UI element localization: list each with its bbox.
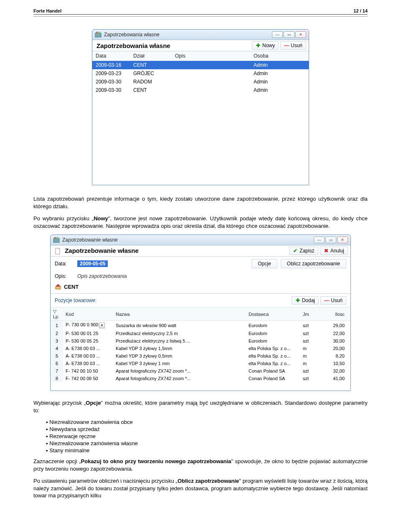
- maximize-button[interactable]: ▭: [325, 237, 336, 243]
- cancel-button[interactable]: ✖ Anuluj: [320, 247, 348, 255]
- table-cell: [172, 86, 250, 94]
- table-row[interactable]: 8F- 742 00 08 50Aparat fotograficzny ZX7…: [51, 375, 350, 382]
- close-button[interactable]: ✕: [337, 237, 348, 243]
- new-button[interactable]: ✚ Nowy: [252, 41, 279, 50]
- close-button[interactable]: ✕: [295, 31, 306, 38]
- x-icon: ✖: [324, 248, 329, 253]
- col-unit[interactable]: Jm: [300, 308, 321, 321]
- options-button[interactable]: Opcje: [251, 259, 277, 268]
- col-code[interactable]: Kod: [63, 308, 113, 321]
- table-cell: RADOM: [130, 78, 172, 86]
- paragraph: Po wybraniu przycisku „Nowy", tworzone j…: [33, 215, 368, 229]
- table-row[interactable]: 6A- E738 00 03 ...Kabel YDP 3 żyłowy 1 m…: [51, 360, 350, 367]
- table-cell: 2009-03-30: [92, 78, 130, 86]
- col-lp[interactable]: ▽ Lp: [51, 308, 63, 321]
- table-cell: 41,00: [321, 375, 350, 382]
- document-header: Forte Handel 12 / 14: [33, 8, 368, 15]
- table-row[interactable]: 5A- E738 00 03 ...Kabel YDP 3 żyłowy 0,5…: [51, 352, 350, 360]
- col-supplier[interactable]: Dostawca: [246, 308, 300, 321]
- table-cell: szt: [300, 321, 321, 330]
- table-cell: 32,00: [321, 367, 350, 375]
- desc-field[interactable]: Opis zapotrzebowania: [77, 273, 127, 279]
- svg-rect-5: [56, 237, 58, 239]
- window-titlebar: Zapotrzebowanie własne — ▭ ✕: [51, 235, 350, 245]
- col-name[interactable]: Nazwa: [113, 308, 246, 321]
- table-cell: 10,50: [321, 360, 350, 367]
- page-footer: sage: [0, 529, 401, 532]
- table-cell: Eurodom: [246, 321, 300, 330]
- home-icon: [55, 283, 61, 290]
- col-qty[interactable]: Ilosc: [321, 308, 350, 321]
- table-cell: F- 742 00 10 50: [63, 367, 113, 375]
- table-cell: Aparat fotograficzny ZX742 zoom *...: [113, 367, 246, 375]
- table-cell: szt: [300, 337, 321, 345]
- paragraph: Lista zapotrzebowań prezentuje informacj…: [33, 195, 368, 210]
- window-requests-list: Zapotrzebowania własne — ▭ ✕ Zapotrzebow…: [92, 29, 309, 185]
- table-cell: [172, 69, 250, 78]
- list-item: Rezerwacje ręczne: [46, 433, 368, 439]
- paragraph: Po ustawieniu parametrów obliczeń i naci…: [33, 477, 368, 499]
- col-date[interactable]: Data: [92, 51, 130, 61]
- table-cell: P- 730 00 0 900▾: [63, 321, 113, 330]
- window-request-detail: Zapotrzebowanie własne — ▭ ✕ Zapotrzebow…: [50, 234, 351, 391]
- table-row[interactable]: 3P- 530 00 05 25Przedłużacz elektryczny …: [51, 337, 350, 345]
- table-cell: Przedłużacz elektryczny z listwą 5 ...: [113, 337, 246, 345]
- app-icon: [53, 237, 60, 243]
- add-button[interactable]: ✚ Dodaj: [292, 296, 319, 305]
- dropdown-icon[interactable]: ▾: [99, 323, 105, 328]
- section-title: Pozycje towarowe:: [55, 298, 290, 303]
- table-cell: Eurodom: [246, 337, 300, 345]
- list-item: Stany minimalne: [46, 447, 368, 454]
- table-row[interactable]: 2009-03-30RADOMAdmin: [92, 78, 309, 86]
- table-cell: 5: [51, 352, 63, 360]
- col-desc[interactable]: Opis: [172, 51, 250, 61]
- table-row[interactable]: 2009-03-23GRÓJECAdmin: [92, 69, 309, 78]
- delete-button[interactable]: — Usuń: [320, 296, 346, 305]
- table-row[interactable]: 2P- 530 00 01 25Przedłużacz elektryczny …: [51, 330, 350, 337]
- paragraph: Wybierając przycisk „Opcje" można określ…: [33, 399, 368, 414]
- table-row[interactable]: 1P- 730 00 0 900▾Suszarka do włosów 900 …: [51, 321, 350, 330]
- table-cell: m: [300, 360, 321, 367]
- table-cell: 2009-03-16: [92, 61, 130, 70]
- table-cell: 3: [51, 337, 63, 345]
- minimize-button[interactable]: —: [314, 237, 325, 243]
- table-row[interactable]: 4A- E738 00 03 ...Kabel YDP 3 żyłowy 1,5…: [51, 345, 350, 352]
- table-cell: 22,00: [321, 330, 350, 337]
- document-icon: [55, 248, 61, 255]
- table-cell: Admin: [250, 78, 309, 86]
- svg-rect-0: [95, 33, 101, 37]
- table-cell: szt: [300, 330, 321, 337]
- window-toolbar: Zapotrzebowania własne ✚ Nowy — Usuń: [92, 40, 309, 51]
- new-button-label: Nowy: [262, 43, 275, 48]
- desc-label: Opis:: [55, 273, 74, 279]
- table-cell: Admin: [250, 69, 309, 78]
- svg-rect-2: [98, 32, 100, 33]
- col-person[interactable]: Osoba: [250, 51, 309, 61]
- table-row[interactable]: 7F- 742 00 10 50Aparat fotograficzny ZX7…: [51, 367, 350, 375]
- app-icon: [95, 31, 102, 38]
- save-button[interactable]: ✔ Zapisz: [289, 247, 318, 255]
- department-field[interactable]: CENT: [64, 284, 79, 290]
- window-titlebar: Zapotrzebowania własne — ▭ ✕: [92, 30, 309, 40]
- calculate-button[interactable]: Oblicz zapotrzebowanie: [281, 259, 346, 268]
- delete-button[interactable]: — Usuń: [280, 41, 306, 50]
- table-cell: 4: [51, 345, 63, 352]
- table-cell: 2009-03-30: [92, 86, 130, 94]
- date-field[interactable]: 2009-05-05: [77, 260, 108, 267]
- table-cell: szt: [300, 367, 321, 375]
- table-cell: 2: [51, 330, 63, 337]
- table-cell: elta Polska Sp. z o...: [246, 345, 300, 352]
- maximize-button[interactable]: ▭: [284, 31, 294, 38]
- paragraph: Zaznaczenie opcji „Pokazuj to okno przy …: [33, 458, 368, 472]
- table-cell: elta Polska Sp. z o...: [246, 352, 300, 360]
- table-row[interactable]: 2009-03-16CENTAdmin: [92, 61, 309, 70]
- list-item: Niewydana sprzedaż: [46, 426, 368, 432]
- col-dept[interactable]: Dział: [130, 51, 172, 61]
- table-cell: 29,00: [321, 321, 350, 330]
- table-cell: 30,00: [321, 337, 350, 345]
- table-cell: GRÓJEC: [130, 69, 172, 78]
- table-row[interactable]: 2009-03-30CENTAdmin: [92, 86, 309, 94]
- items-table: ▽ Lp Kod Nazwa Dostawca Jm Ilosc 1P- 730…: [51, 308, 350, 382]
- minimize-button[interactable]: —: [272, 31, 283, 38]
- table-cell: Kabel YDP 3 żyłowy 0,5mm: [113, 352, 246, 360]
